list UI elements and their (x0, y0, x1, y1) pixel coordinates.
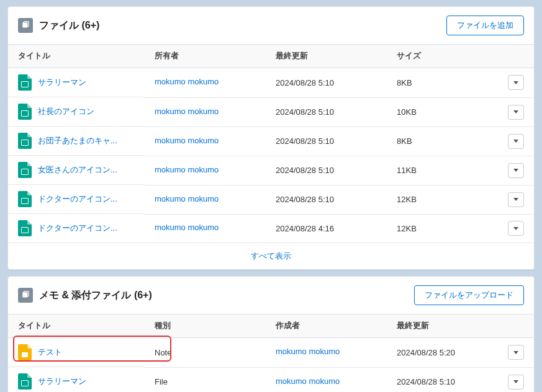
owner-link[interactable]: mokumo mokumo (155, 165, 219, 174)
image-file-icon (18, 74, 32, 91)
files-panel: ファイル (6+) ファイルを追加 タイトル 所有者 最終更新 サイズ サラリー… (7, 6, 535, 270)
table-row: ドクターのアイコン... mokumo mokumo 2024/08/28 5:… (8, 185, 534, 214)
chevron-down-icon (513, 169, 518, 172)
notes-table: タイトル 種別 作成者 最終更新 テスト Note mokumo mokumo … (8, 314, 534, 392)
type-text: File (155, 377, 168, 386)
image-file-icon (18, 220, 32, 236)
updated-text: 2024/08/28 4:16 (276, 224, 334, 233)
files-title-wrap: ファイル (6+) (18, 18, 99, 33)
notes-title: メモ & 添付ファイル (6+) (39, 289, 152, 302)
owner-link[interactable]: mokumo mokumo (155, 77, 219, 86)
add-file-button[interactable]: ファイルを追加 (446, 16, 524, 35)
table-row: サラリーマン mokumo mokumo 2024/08/28 5:10 8KB (8, 68, 534, 98)
row-action-button[interactable] (508, 375, 524, 390)
files-icon (18, 18, 33, 33)
row-action-button[interactable] (508, 105, 524, 120)
type-text: Note (155, 348, 171, 357)
row-action-button[interactable] (508, 75, 524, 90)
table-row: サラリーマン File mokumo mokumo 2024/08/28 5:1… (8, 367, 534, 392)
show-all-link[interactable]: すべて表示 (251, 251, 291, 261)
notes-col-actions (498, 314, 534, 338)
image-file-icon (18, 133, 32, 149)
chevron-down-icon (513, 110, 518, 114)
owner-link[interactable]: mokumo mokumo (155, 194, 219, 203)
file-title-link[interactable]: 社長のアイコン (38, 106, 94, 117)
table-row: 社長のアイコン mokumo mokumo 2024/08/28 5:10 10… (8, 97, 534, 127)
row-action-button[interactable] (508, 163, 524, 178)
updated-text: 2024/08/28 5:10 (276, 78, 334, 87)
notes-col-updated: 最終更新 (387, 314, 498, 338)
size-text: 10KB (397, 107, 417, 117)
size-text: 8KB (397, 136, 412, 146)
file-title-link[interactable]: ドクターのアイコン... (38, 194, 117, 205)
files-col-title: タイトル (8, 45, 145, 68)
notes-col-creator: 作成者 (266, 314, 387, 338)
notes-title-wrap: メモ & 添付ファイル (6+) (18, 288, 152, 303)
notes-panel-header: メモ & 添付ファイル (6+) ファイルをアップロード (8, 277, 534, 314)
note-title-link[interactable]: テスト (38, 347, 62, 358)
chevron-down-icon (513, 380, 518, 383)
image-file-icon (18, 104, 32, 120)
size-text: 12KB (397, 195, 417, 204)
upload-file-button[interactable]: ファイルをアップロード (414, 285, 524, 305)
file-title-link[interactable]: 女医さんのアイコン... (38, 164, 117, 176)
chevron-down-icon (513, 198, 518, 201)
notes-col-type: 種別 (145, 314, 266, 338)
chevron-down-icon (513, 227, 518, 230)
note-file-icon (18, 344, 32, 360)
files-col-owner: 所有者 (145, 45, 266, 68)
image-file-icon (18, 162, 32, 178)
files-title: ファイル (6+) (39, 19, 99, 32)
updated-text: 2024/08/28 5:10 (397, 377, 455, 386)
chevron-down-icon (513, 81, 518, 84)
file-title-link[interactable]: ドクターのアイコン... (38, 223, 117, 234)
table-row: ドクターのアイコン... mokumo mokumo 2024/08/28 4:… (8, 214, 534, 243)
row-action-button[interactable] (508, 345, 524, 360)
updated-text: 2024/08/28 5:10 (276, 136, 334, 146)
owner-link[interactable]: mokumo mokumo (155, 136, 219, 145)
size-text: 8KB (397, 78, 412, 87)
creator-link[interactable]: mokumo mokumo (276, 347, 340, 356)
updated-text: 2024/08/28 5:10 (276, 195, 334, 204)
chevron-down-icon (513, 351, 518, 354)
table-row: 女医さんのアイコン... mokumo mokumo 2024/08/28 5:… (8, 156, 534, 185)
row-action-button[interactable] (508, 134, 524, 149)
table-row: お団子あたまのキャ... mokumo mokumo 2024/08/28 5:… (8, 127, 534, 156)
files-panel-header: ファイル (6+) ファイルを追加 (8, 7, 534, 45)
updated-text: 2024/08/28 5:10 (276, 107, 334, 117)
files-col-updated: 最終更新 (266, 45, 387, 68)
notes-panel: メモ & 添付ファイル (6+) ファイルをアップロード タイトル 種別 作成者… (7, 276, 535, 392)
files-table: タイトル 所有者 最終更新 サイズ サラリーマン mokumo mokumo 2… (8, 45, 534, 243)
file-title-link[interactable]: サラリーマン (38, 77, 86, 88)
image-file-icon (18, 373, 32, 390)
notes-icon (18, 288, 33, 303)
files-col-actions (498, 45, 534, 68)
table-row: テスト Note mokumo mokumo 2024/08/28 5:20 (8, 338, 534, 368)
row-action-button[interactable] (508, 221, 524, 236)
size-text: 11KB (397, 166, 417, 175)
notes-col-title: タイトル (8, 314, 145, 338)
files-show-all-wrap: すべて表示 (8, 243, 534, 269)
updated-text: 2024/08/28 5:20 (397, 348, 455, 357)
row-action-button[interactable] (508, 192, 524, 207)
owner-link[interactable]: mokumo mokumo (155, 223, 219, 232)
image-file-icon (18, 191, 32, 207)
creator-link[interactable]: mokumo mokumo (276, 376, 340, 386)
file-title-link[interactable]: お団子あたまのキャ... (38, 135, 117, 146)
chevron-down-icon (513, 140, 518, 143)
updated-text: 2024/08/28 5:10 (276, 166, 334, 175)
note-title-link[interactable]: サラリーマン (38, 376, 86, 387)
files-col-size: サイズ (387, 45, 498, 68)
owner-link[interactable]: mokumo mokumo (155, 107, 219, 116)
size-text: 12KB (397, 224, 417, 233)
